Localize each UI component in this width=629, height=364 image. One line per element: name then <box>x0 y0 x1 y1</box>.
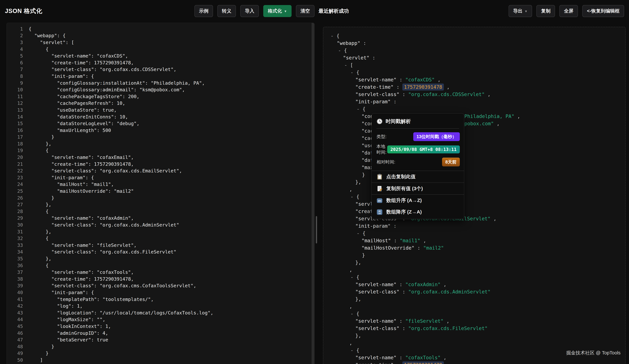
line-number: 30 <box>7 222 23 228</box>
code-text: "servlet-class": "org.cofax.cds.AdminSer… <box>23 222 179 228</box>
code-line: 46 "adminGroupID": 4, <box>7 330 312 337</box>
export-button[interactable]: 导出 ▼ <box>509 5 532 17</box>
collapse-toggle[interactable]: - <box>350 70 356 75</box>
code-line: 12 "cachePagesRefresh": 10, <box>7 100 312 107</box>
tree-row[interactable]: }, <box>355 259 624 266</box>
line-number: 10 <box>7 87 23 92</box>
line-number: 12 <box>7 100 23 106</box>
tree-row[interactable]: "servlet-class" : "org.cofax.cds.FileSer… <box>355 325 624 332</box>
tree-row[interactable]: - [ <box>344 61 624 69</box>
tree-row[interactable]: "mailHost" : "mail1" , <box>361 237 624 244</box>
restore-to-editor-button[interactable]: <-恢复到编辑框 <box>582 5 624 17</box>
code-text: "servlet-class": "org.cofax.cds.EmailSer… <box>23 168 182 174</box>
copy-button[interactable]: 复制 <box>536 5 555 17</box>
sort-descending-menu-item[interactable]: ab cd 数组降序 (Z→A) <box>372 206 464 219</box>
tree-row[interactable]: , <box>349 266 624 273</box>
import-button[interactable]: 导入 <box>240 5 259 17</box>
timestamp-value[interactable]: 1757290391478 <box>402 84 444 91</box>
tree-row[interactable]: , <box>349 339 624 347</box>
chevron-down-icon: ▼ <box>284 9 287 13</box>
editor-scrollbar-track[interactable] <box>312 23 314 364</box>
tree-token: "webapp" <box>337 40 360 46</box>
line-number: 3 <box>7 40 23 45</box>
code-line: 1{ <box>7 25 312 32</box>
code-line: 14 "dataStoreInitConns": 10, <box>7 113 312 120</box>
collapse-toggle[interactable]: - <box>357 230 362 236</box>
timestamp-value[interactable]: 1757290391478 <box>402 362 444 364</box>
json-editor[interactable]: 1{2 "webapp": {3 "servlet": [4 {5 "servl… <box>6 23 314 364</box>
sort-ascending-menu-item[interactable]: abc 数组升序 (A→Z) <box>372 195 464 206</box>
tree-row[interactable]: "servlet-name" : "cofaxCDS" , <box>355 76 624 83</box>
clear-button[interactable]: 清空 <box>296 5 314 17</box>
collapse-toggle[interactable]: - <box>350 194 356 199</box>
tree-row[interactable]: - { <box>350 273 624 281</box>
tree-token: , <box>435 77 441 83</box>
code-line: 21 "create-time": 1757290391478, <box>7 161 312 168</box>
tree-row[interactable]: - { <box>350 69 624 76</box>
tree-token: } <box>362 252 365 258</box>
collapse-toggle[interactable]: - <box>344 62 350 68</box>
format-button[interactable]: 格式化 ▼ <box>263 5 292 17</box>
copy-all-values-menu-item[interactable]: 复制所有值 (3个) <box>372 183 464 194</box>
code-text: "servlet-name": "cofaxCDS", <box>23 53 128 59</box>
escape-button[interactable]: 转义 <box>217 5 236 17</box>
code-text: "dataStoreLogLevel": "debug", <box>23 121 140 126</box>
tree-token: , <box>441 355 447 361</box>
line-number: 36 <box>7 263 23 268</box>
memo-icon <box>376 185 383 192</box>
line-number: 2 <box>7 33 23 38</box>
tree-token: "mail2" <box>423 245 444 251</box>
fullscreen-button[interactable]: 全屏 <box>559 5 578 17</box>
tree-row[interactable]: "create-time" : 1757290391478 , <box>355 361 624 364</box>
tree-row[interactable]: }, <box>355 332 624 339</box>
code-line: 3 "servlet": [ <box>7 39 312 46</box>
tree-token: { <box>356 274 359 280</box>
tree-row[interactable]: "servlet-name" : "cofaxAdmin" , <box>355 281 624 288</box>
tree-token: "servlet-class" <box>355 289 399 295</box>
tree-row[interactable]: "mailHostOverride" : "mail2" <box>361 244 624 252</box>
code-text: { <box>23 236 48 241</box>
line-number: 22 <box>7 168 23 174</box>
example-button[interactable]: 示例 <box>194 5 213 17</box>
collapse-toggle[interactable]: - <box>350 274 356 280</box>
tree-row[interactable]: "servlet-class" : "org.cofax.cds.CDSServ… <box>355 91 624 98</box>
tree-row[interactable]: "create-time" : 1757290391478 , <box>355 83 624 91</box>
tree-row[interactable]: - { <box>357 105 624 113</box>
timestamp-type-badge: 13位时间戳（毫秒） <box>413 132 460 141</box>
collapse-toggle[interactable]: - <box>331 33 336 39</box>
collapse-toggle[interactable]: - <box>338 48 344 53</box>
collapse-toggle[interactable]: - <box>350 311 356 317</box>
code-text: "lookInContext": 1, <box>23 324 111 329</box>
tree-row[interactable]: "servlet" : <box>343 54 624 61</box>
json-tree-view[interactable]: - {"webapp" :- {"servlet" :- [- {"servle… <box>323 27 626 364</box>
collapse-toggle[interactable]: - <box>357 106 362 112</box>
tree-row[interactable]: "servlet-name" : "fileServlet" , <box>355 317 624 325</box>
line-number: 14 <box>7 114 23 120</box>
copy-value-menu-item[interactable]: 点击复制此值 <box>372 171 464 182</box>
tree-token: : <box>399 289 408 295</box>
tree-row[interactable]: - { <box>338 47 624 54</box>
timestamp-popup: 时间戳解析 类型: 13位时间戳（毫秒） 本地时间: 2025/09/08 GM… <box>371 113 464 219</box>
tree-row[interactable]: - { <box>331 32 624 39</box>
tree-row[interactable]: "webapp" : <box>337 39 624 47</box>
tree-row[interactable]: - { <box>350 310 624 317</box>
line-number: 40 <box>7 290 23 295</box>
tree-row[interactable]: "init-param" : <box>355 222 624 230</box>
collapse-toggle[interactable]: - <box>350 348 356 353</box>
tree-row[interactable]: "init-param" : <box>355 98 624 105</box>
tree-row[interactable]: - { <box>357 230 624 237</box>
tree-row[interactable]: , <box>349 303 624 310</box>
tree-row[interactable]: }, <box>355 295 624 303</box>
code-text: "logLocation": "/usr/local/tomcat/logs/C… <box>23 310 213 316</box>
line-number: 8 <box>7 74 23 79</box>
tree-token: "init-param" <box>355 99 391 104</box>
editor-scrollbar-thumb[interactable] <box>316 216 317 243</box>
line-number: 11 <box>7 94 23 99</box>
abcd-sort-icon: ab cd <box>376 209 383 215</box>
chevron-down-icon: ▼ <box>525 9 528 13</box>
tree-token: { <box>344 48 347 53</box>
tree-row[interactable]: } <box>362 252 624 259</box>
tree-token: "mailHost" <box>361 238 391 243</box>
tree-row[interactable]: "servlet-class" : "org.cofax.cds.AdminSe… <box>355 288 624 295</box>
tree-token: "servlet-name" <box>355 355 397 361</box>
